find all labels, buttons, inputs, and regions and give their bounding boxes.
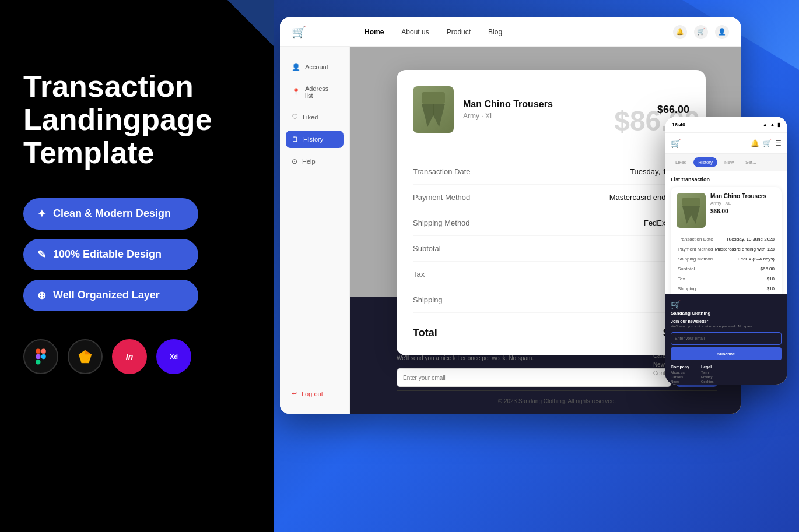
layer-button[interactable]: ⊕ Well Organized Layer: [23, 280, 198, 311]
logout-icon: ↩: [292, 390, 297, 397]
mobile-status-bar: 16:40 ▲ ▲ ▮: [665, 117, 787, 133]
user-icon[interactable]: 👤: [715, 25, 729, 39]
modal-payment-row: Payment Method Mastercasrd ending w...: [413, 185, 689, 210]
adobe-xd-icon[interactable]: Xd: [156, 339, 191, 374]
product-image: [413, 86, 454, 133]
tab-history[interactable]: History: [693, 157, 717, 167]
sidebar-history[interactable]: 🗒 History: [286, 131, 344, 148]
figma-icon[interactable]: [23, 339, 58, 374]
detail-label-5: Shipping: [678, 284, 713, 293]
mobile-footer-legal-col: Legal Term Privacy Cookies Setting: [701, 365, 714, 385]
mobile-tabs: Liked History New Set...: [665, 154, 787, 171]
nav-home[interactable]: Home: [365, 28, 384, 36]
nav-blog[interactable]: Blog: [488, 28, 502, 36]
detail-label-4: Tax: [678, 274, 713, 283]
mobile-cart-icon[interactable]: 🛒: [763, 139, 772, 147]
mobile-mockup: 16:40 ▲ ▲ ▮ 🛒 🔔 🛒 ☰ Liked History New Se…: [665, 117, 787, 385]
notification-icon[interactable]: 🔔: [673, 25, 687, 39]
layers-icon: ⊕: [37, 289, 46, 302]
subtotal-label: Subtotal: [413, 244, 441, 253]
mobile-time: 16:40: [672, 122, 685, 128]
mobile-footer: 🛒 Sandang Clothing Join our newsletter W…: [665, 294, 787, 385]
modal-product-row: Man Chino Trousers Army · XL $66.00 $86.…: [413, 86, 689, 145]
mobile-footer-term[interactable]: Term: [701, 371, 714, 374]
payment-method-label: Payment Method: [413, 193, 470, 202]
clean-design-button[interactable]: ✦ Clean & Modern Design: [23, 198, 198, 230]
history-icon: 🗒: [292, 135, 299, 143]
mobile-detail-row-1: Payment Method Mastercasrd ending with 1…: [678, 245, 775, 253]
total-label: Total: [413, 327, 437, 339]
tab-new[interactable]: New: [720, 157, 738, 167]
svg-rect-2: [36, 354, 40, 358]
mobile-footer-privacy[interactable]: Privacy: [701, 375, 714, 379]
wifi-icon: ▲: [770, 122, 775, 128]
detail-label-1: Payment Method: [678, 245, 713, 253]
detail-value-5: $10: [714, 284, 775, 293]
main-title: Transaction Landingpage Template: [23, 70, 251, 170]
svg-rect-1: [41, 348, 45, 353]
modal-tax-row: Tax: [413, 262, 689, 287]
desktop-sidebar: 👤 Account 📍 Address list ♡ Liked 🗒 Histo…: [280, 47, 350, 414]
transaction-date-label: Transaction Date: [413, 167, 471, 176]
detail-value-2: FedEx (3–4 days): [714, 255, 775, 263]
mobile-footer-logo: 🛒: [671, 300, 782, 309]
edit-icon: ✎: [37, 248, 46, 261]
mobile-detail-row-0: Transaction Date Tuesday, 13 June 2023: [678, 235, 775, 244]
mobile-notification-icon[interactable]: 🔔: [751, 139, 759, 147]
mobile-detail-row-4: Tax $10: [678, 274, 775, 283]
tab-liked[interactable]: Liked: [671, 157, 691, 167]
address-icon: 📍: [292, 88, 300, 96]
modal-total-row: Total $86...: [413, 315, 689, 339]
mobile-footer-company-title: Company: [671, 365, 689, 369]
mobile-detail-row-5: Shipping $10: [678, 284, 775, 293]
mobile-footer-newsletter: Join our newsletter: [671, 319, 782, 323]
mobile-menu-icon[interactable]: ☰: [775, 139, 782, 147]
sketch-icon[interactable]: [68, 339, 103, 374]
mobile-product-info: Man Chino Trousers Army · XL $66.00: [710, 193, 766, 214]
mobile-nav-right-icons: 🔔 🛒 ☰: [751, 139, 782, 147]
detail-value-0: Tuesday, 13 June 2023: [714, 235, 775, 244]
footer-email-input[interactable]: [397, 368, 671, 387]
svg-rect-4: [36, 360, 40, 364]
mobile-detail-row-3: Subtotal $66.00: [678, 265, 775, 273]
detail-label-2: Shipping Method: [678, 255, 713, 263]
mobile-nav: 🛒 🔔 🛒 ☰: [665, 133, 787, 154]
tab-settings[interactable]: Set...: [741, 157, 761, 167]
left-panel: Transaction Landingpage Template ✦ Clean…: [0, 0, 274, 532]
liked-icon: ♡: [292, 113, 298, 121]
modal-transaction-date-row: Transaction Date Tuesday, 13 June: [413, 159, 689, 185]
mobile-footer-careers[interactable]: Careers: [671, 375, 689, 379]
mobile-footer-subscribe-button[interactable]: Subcribe: [671, 347, 782, 360]
footer-copyright: © 2023 Sandang Clothing. All rights rese…: [397, 390, 717, 404]
mobile-footer-cookies[interactable]: Cookies: [701, 380, 714, 383]
sidebar-address[interactable]: 📍 Address list: [286, 80, 344, 104]
mobile-product-name: Man Chino Trousers: [710, 193, 766, 199]
editable-design-button[interactable]: ✎ 100% Editable Design: [23, 239, 198, 270]
shipping-method-label: Shipping Method: [413, 219, 470, 227]
svg-rect-0: [36, 348, 40, 353]
account-icon: 👤: [292, 63, 300, 71]
signal-icon: ▲: [762, 122, 768, 128]
nav-about[interactable]: About us: [401, 28, 429, 36]
battery-icon: ▮: [777, 122, 780, 128]
svg-point-3: [41, 354, 45, 358]
mobile-product-variant: Army · XL: [710, 200, 766, 206]
svg-rect-9: [422, 92, 445, 104]
sidebar-help[interactable]: ⊙ Help: [286, 153, 344, 170]
nav-product[interactable]: Product: [447, 28, 471, 36]
desktop-nav: 🛒 Home About us Product Blog 🔔 🛒 👤: [280, 17, 741, 47]
mobile-status-icons: ▲ ▲ ▮: [762, 122, 780, 128]
sidebar-logout[interactable]: ↩ Log out: [286, 385, 344, 402]
desktop-nav-logo: 🛒: [292, 25, 306, 39]
cart-icon[interactable]: 🛒: [694, 25, 708, 39]
desktop-nav-links: Home About us Product Blog: [365, 28, 502, 36]
mobile-footer-news[interactable]: News: [671, 380, 689, 383]
mobile-detail-row-2: Shipping Method FedEx (3–4 days): [678, 255, 775, 263]
mobile-footer-email-input[interactable]: [671, 332, 782, 345]
sidebar-account[interactable]: 👤 Account: [286, 58, 344, 76]
mobile-footer-about[interactable]: About us: [671, 371, 689, 374]
invision-icon[interactable]: In: [112, 339, 147, 374]
tools-row: In Xd: [23, 339, 251, 374]
detail-value-4: $10: [714, 274, 775, 283]
sidebar-liked[interactable]: ♡ Liked: [286, 108, 344, 126]
